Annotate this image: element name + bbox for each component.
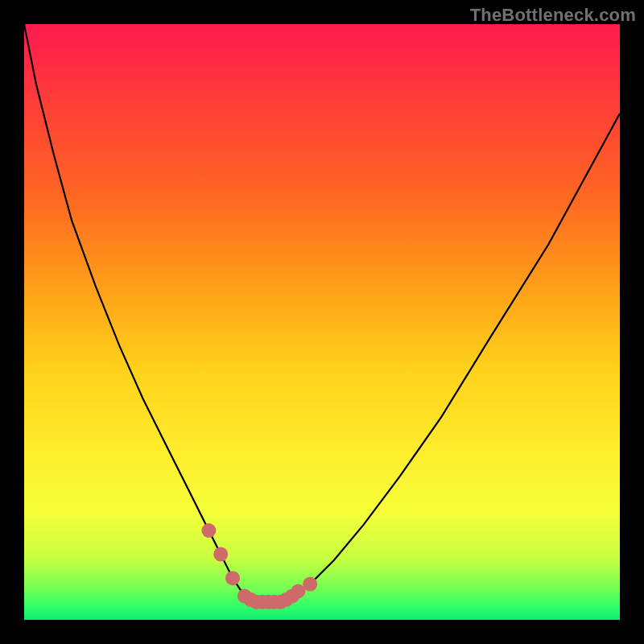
chart-svg — [24, 24, 620, 620]
valley-bead — [225, 571, 240, 585]
valley-bead — [303, 577, 317, 592]
valley-bead — [201, 523, 216, 538]
watermark-text: TheBottleneck.com — [470, 5, 636, 26]
valley-bead — [213, 547, 228, 562]
valley-highlight — [201, 523, 317, 609]
plot-area — [24, 24, 620, 620]
bottleneck-curve — [24, 24, 620, 602]
